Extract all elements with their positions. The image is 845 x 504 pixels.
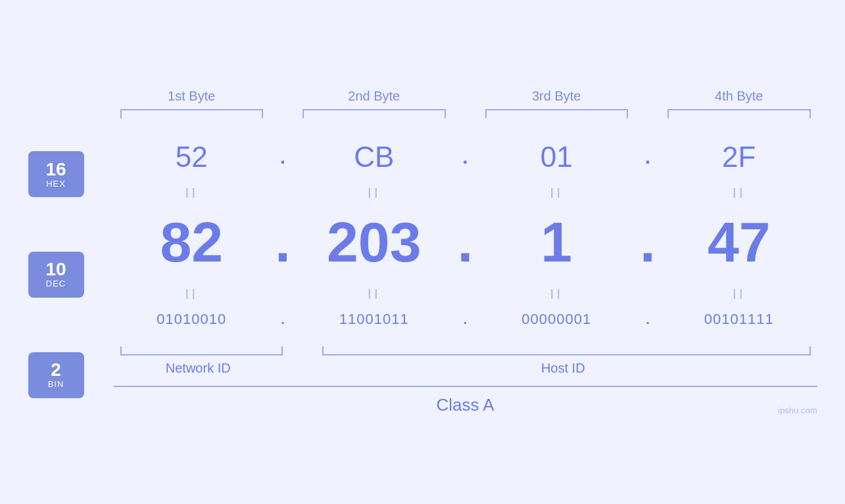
class-row: Class A (114, 386, 817, 415)
eq-2-4: II (661, 286, 817, 303)
hex-dot-2: . (452, 146, 479, 168)
eq-1-4: II (661, 185, 817, 202)
hex-badge: 16 HEX (28, 151, 84, 197)
byte-header-3: 3rd Byte (479, 89, 635, 104)
hex-val-1: 52 (114, 141, 270, 173)
top-bracket-2 (302, 109, 446, 118)
network-id-label: Network ID (114, 361, 283, 376)
bin-dot-2: . (452, 312, 479, 327)
dec-badge: 10 DEC (28, 252, 84, 298)
eq-1-1: II (114, 185, 270, 202)
host-bracket (322, 346, 811, 355)
watermark: ipshu.com (778, 405, 817, 415)
top-bracket-4 (667, 109, 811, 118)
bin-dot-3: . (635, 312, 661, 327)
network-bracket (120, 346, 283, 355)
hex-dot-3: . (635, 146, 661, 168)
byte-header-4: 4th Byte (661, 89, 817, 104)
bin-val-4: 00101111 (661, 311, 817, 328)
bin-val-1: 01010010 (114, 311, 270, 328)
eq-2-2: II (296, 286, 452, 303)
eq-1-3: II (479, 185, 635, 202)
bin-val-3: 00000001 (479, 311, 635, 328)
dec-val-3: 1 (479, 210, 635, 275)
hex-val-4: 2F (661, 141, 817, 173)
top-bracket-1 (120, 109, 264, 118)
host-id-label: Host ID (309, 361, 817, 376)
dec-dot-3: . (635, 210, 661, 275)
bin-dot-1: . (270, 312, 296, 327)
dec-dot-2: . (452, 210, 479, 275)
dec-val-4: 47 (661, 210, 817, 275)
eq-2-1: II (114, 286, 270, 303)
eq-1-2: II (296, 185, 452, 202)
bin-val-2: 11001011 (296, 311, 452, 328)
hex-dot-1: . (270, 146, 296, 168)
dec-dot-1: . (270, 210, 296, 275)
dec-val-2: 203 (296, 210, 452, 275)
dec-val-1: 82 (114, 210, 270, 275)
top-bracket-3 (485, 109, 629, 118)
hex-val-2: CB (296, 141, 452, 173)
hex-val-3: 01 (479, 141, 635, 173)
bin-badge: 2 BIN (28, 352, 84, 398)
class-label: Class A (436, 395, 494, 415)
byte-header-2: 2nd Byte (296, 89, 452, 104)
eq-2-3: II (479, 286, 635, 303)
byte-header-1: 1st Byte (114, 89, 270, 104)
